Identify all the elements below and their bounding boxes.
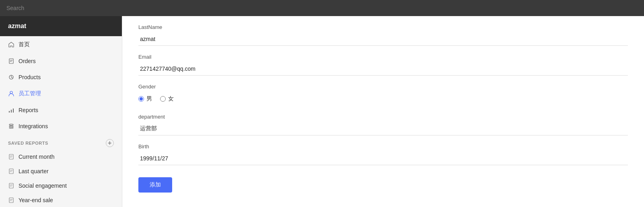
sidebar-report-year-end-sale[interactable]: Year-end sale [0, 193, 122, 207]
svg-rect-6 [11, 110, 12, 113]
home-icon [8, 41, 14, 48]
sidebar-item-orders[interactable]: Orders [0, 53, 122, 69]
sidebar-item-reports-label: Reports [19, 107, 38, 113]
sidebar-item-products-label: Products [19, 74, 41, 80]
email-label: Email [138, 54, 628, 60]
saved-report-social-engagement-label: Social engagement [19, 182, 67, 189]
sidebar-item-integrations[interactable]: Integrations [0, 118, 122, 134]
add-report-button[interactable]: + [106, 139, 114, 147]
gender-female-option[interactable]: 女 [160, 95, 174, 102]
lastname-input[interactable] [138, 33, 628, 46]
submit-button[interactable]: 添加 [138, 177, 172, 193]
gender-male-radio[interactable] [138, 96, 144, 102]
sidebar-report-social-engagement[interactable]: Social engagement [0, 178, 122, 193]
sidebar-item-reports[interactable]: Reports [0, 102, 122, 118]
topbar [0, 0, 644, 16]
sidebar-item-home-label: 首页 [19, 41, 30, 48]
lastname-group: LastName [138, 24, 628, 46]
lastname-label: LastName [138, 24, 628, 30]
sidebar-item-integrations-label: Integrations [19, 123, 48, 129]
integrations-icon [8, 123, 14, 129]
svg-rect-17 [9, 183, 13, 188]
svg-rect-11 [9, 154, 13, 159]
gender-label: Gender [138, 84, 628, 90]
svg-rect-5 [9, 111, 10, 113]
brand-label: azmat [0, 16, 122, 36]
gender-female-label: 女 [168, 95, 174, 102]
orders-icon [8, 58, 14, 64]
gender-options: 男 女 [138, 92, 628, 106]
svg-point-8 [9, 124, 13, 125]
email-input[interactable] [138, 62, 628, 76]
svg-rect-0 [9, 59, 13, 64]
gender-male-option[interactable]: 男 [138, 95, 152, 102]
email-group: Email [138, 54, 628, 76]
gender-male-label: 男 [146, 95, 152, 102]
report-doc-icon-2 [8, 168, 14, 174]
svg-rect-20 [9, 198, 13, 203]
report-doc-icon-1 [8, 154, 14, 160]
sidebar-item-products[interactable]: Products [0, 69, 122, 85]
products-icon [8, 74, 14, 80]
birth-group: Birth [138, 143, 628, 165]
department-label: department [138, 114, 628, 120]
saved-report-current-month-label: Current month [19, 154, 54, 160]
birth-input[interactable] [138, 152, 628, 165]
department-group: department [138, 114, 628, 135]
svg-point-10 [9, 127, 13, 129]
sidebar-report-current-month[interactable]: Current month [0, 150, 122, 164]
sidebar-report-last-quarter[interactable]: Last quarter [0, 164, 122, 178]
department-input[interactable] [138, 122, 628, 135]
birth-label: Birth [138, 143, 628, 150]
saved-reports-label: SAVED REPORTS [8, 141, 48, 146]
svg-point-4 [10, 91, 12, 94]
sidebar-item-home[interactable]: 首页 [0, 36, 122, 53]
gender-group: Gender 男 女 [138, 84, 628, 106]
gender-female-radio[interactable] [160, 96, 166, 102]
search-input[interactable] [6, 5, 638, 11]
saved-report-last-quarter-label: Last quarter [19, 168, 49, 174]
reports-icon [8, 107, 14, 113]
saved-report-year-end-sale-label: Year-end sale [19, 197, 53, 203]
saved-reports-header: SAVED REPORTS + [0, 134, 122, 150]
main-content: LastName Email Gender 男 女 department [122, 16, 644, 207]
sidebar-item-orders-label: Orders [19, 58, 36, 64]
svg-rect-14 [9, 169, 13, 174]
employee-icon [8, 90, 14, 97]
sidebar-item-employee-label: 员工管理 [19, 90, 41, 97]
sidebar-item-employee[interactable]: 员工管理 [0, 85, 122, 102]
report-doc-icon-4 [8, 197, 14, 203]
report-doc-icon-3 [8, 182, 14, 189]
svg-point-9 [9, 126, 13, 127]
sidebar: azmat 首页 Orders [0, 16, 122, 207]
svg-rect-7 [13, 109, 14, 113]
